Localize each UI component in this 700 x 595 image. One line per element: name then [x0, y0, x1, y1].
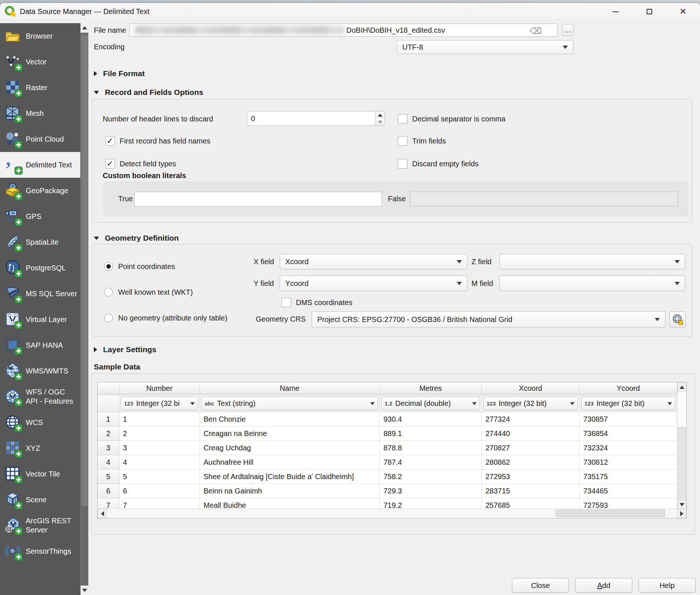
select-crs-button[interactable] — [669, 311, 686, 327]
sidebar-item-postgresql[interactable]: PostgreSQL — [0, 255, 80, 281]
horizontal-scrollbar-thumb[interactable] — [556, 510, 665, 517]
layer-settings-section-header[interactable]: Layer Settings — [94, 345, 156, 354]
sidebar-item-arcgis-rest-server[interactable]: ArcGIS REST Server — [0, 513, 80, 538]
spin-up-button[interactable] — [375, 111, 385, 118]
sidebar-item-vector[interactable]: Vector — [0, 49, 80, 75]
maximize-button[interactable] — [632, 3, 666, 20]
minimize-button[interactable] — [598, 3, 632, 20]
sidebar-item-delimited-text[interactable]: , Delimited Text — [0, 152, 80, 178]
corner-header-cell — [98, 382, 119, 395]
browse-file-button[interactable]: … — [562, 24, 573, 36]
scroll-up-button[interactable] — [678, 382, 686, 392]
sidebar-item-scene[interactable]: Scene — [0, 487, 80, 513]
add-layer-plus-icon — [14, 115, 23, 123]
table-cell: 277324 — [482, 412, 580, 426]
sidebar-item-wfs-ogc-api-features[interactable]: WFS / OGC API - Features — [0, 384, 80, 410]
column-type-dropdown[interactable]: 123Integer (32 bit) — [483, 397, 578, 410]
sidebar-item-raster[interactable]: Raster — [0, 75, 80, 100]
scroll-left-button[interactable] — [98, 509, 107, 518]
x-field-dropdown[interactable]: Xcoord — [280, 254, 467, 269]
geometry-crs-dropdown[interactable]: Project CRS: EPSG:27700 - OSGB36 / Briti… — [312, 311, 665, 327]
radio-option-well-known-text-wkt[interactable]: Well known text (WKT) — [104, 288, 193, 297]
table-cell: 3 — [119, 441, 200, 455]
m-field-dropdown[interactable] — [499, 276, 685, 291]
geometry-section-header[interactable]: Geometry Definition — [94, 234, 179, 242]
checkbox-decimal-separator-is-comma[interactable]: ✓ Decimal separator is comma — [398, 114, 505, 124]
geometry-groupbox: Point coordinates Well known text (WKT) … — [92, 244, 692, 337]
y-field-label: Y field — [254, 279, 274, 288]
sidebar-item-browser[interactable]: Browser — [0, 23, 80, 49]
sidebar-item-xyz[interactable]: XYZ — [0, 435, 80, 461]
false-label: False — [388, 195, 406, 203]
y-field-dropdown[interactable]: Ycoord — [280, 276, 467, 291]
close-window-button[interactable]: ✕ — [666, 3, 700, 20]
column-type-dropdown[interactable]: 1.2Decimal (double) — [381, 397, 480, 410]
sidebar-item-sensorthings[interactable]: SensorThings — [0, 538, 80, 564]
table-vertical-scrollbar[interactable] — [677, 382, 686, 509]
true-literal-input[interactable] — [134, 192, 382, 206]
sidebar-item-gps[interactable]: GPS — [0, 203, 80, 229]
row-number-cell: 3 — [98, 441, 119, 455]
chevron-down-icon — [563, 46, 568, 49]
sidebar-item-virtual-layer[interactable]: Virtual Layer — [0, 307, 80, 332]
table-cell: 730857 — [580, 412, 677, 426]
type-cell: 123Integer (32 bit) — [580, 395, 677, 412]
scroll-down-button[interactable] — [678, 500, 686, 509]
table-cell: 270827 — [482, 441, 580, 455]
table-cell: 7 — [119, 498, 200, 509]
dms-coordinates-checkbox[interactable]: ✓ DMS coordinates — [282, 298, 352, 307]
file-name-input[interactable]: DoBIH\DoBIH_v18_edited.csv ⌫ — [130, 24, 558, 37]
help-button[interactable]: Help — [639, 578, 696, 593]
radio-option-no-geometry-attribute-only-table[interactable]: No geometry (attribute only table) — [104, 314, 227, 322]
table-cell: 787.4 — [380, 455, 482, 470]
vertical-scrollbar-thumb[interactable] — [678, 427, 686, 500]
sidebar-item-spatialite[interactable]: SpatiaLite — [0, 229, 80, 255]
sidebar-item-point-cloud[interactable]: Point Cloud — [0, 126, 80, 152]
clear-text-icon[interactable]: ⌫ — [530, 26, 542, 36]
sidebar-item-geopackage[interactable]: GeoPackage — [0, 178, 80, 203]
field-type-label: Integer (32 bi — [136, 399, 180, 408]
column-type-dropdown[interactable]: 123Integer (32 bit) — [581, 397, 675, 410]
sidebar-item-wcs[interactable]: WCS — [0, 410, 80, 435]
scroll-down-button[interactable] — [81, 585, 89, 595]
table-cell: 272953 — [482, 470, 580, 484]
column-type-dropdown[interactable]: 123Integer (32 bi — [121, 397, 198, 410]
checkbox-first-record-has-field-names[interactable]: ✓ First record has field names — [105, 136, 211, 146]
table-header-row: NumberNameMetresXcoordYcoord — [98, 382, 686, 395]
table-row: 22Creagan na Beinne889.1274440736854 — [98, 426, 686, 441]
close-button[interactable]: Close — [512, 578, 569, 593]
field-type-icon: 123 — [487, 400, 496, 407]
record-fields-section-header[interactable]: Record and Fields Options — [94, 88, 203, 97]
sidebar-scrollbar[interactable] — [80, 23, 88, 595]
header-lines-spinner[interactable]: 0 — [247, 111, 385, 126]
z-field-dropdown[interactable] — [499, 254, 685, 269]
scroll-up-button[interactable] — [81, 23, 89, 33]
sidebar-scrollbar-thumb[interactable] — [81, 35, 88, 506]
column-type-dropdown[interactable]: abcText (string) — [201, 397, 378, 410]
add-button[interactable]: Add — [575, 578, 632, 593]
scroll-right-button[interactable] — [677, 509, 686, 518]
false-literal-input[interactable] — [410, 192, 678, 206]
encoding-dropdown[interactable]: UTF-8 — [397, 40, 573, 54]
sidebar-item-ms-sql-server[interactable]: MS SQL Server — [0, 281, 80, 307]
file-format-section-header[interactable]: File Format — [94, 69, 145, 78]
table-cell: 729.3 — [380, 484, 482, 498]
checkbox-discard-empty-fields[interactable]: ✓ Discard empty fields — [398, 159, 478, 169]
sidebar-item-wms-wmts[interactable]: WMS/WMTS — [0, 358, 80, 384]
radio-circle — [104, 314, 113, 322]
field-type-label: Integer (32 bit) — [499, 399, 547, 408]
sidebar-item-sap-hana[interactable]: SAP HANA — [0, 332, 80, 358]
sample-data-groupbox: NumberNameMetresXcoordYcoord 123Integer … — [91, 373, 695, 535]
radio-option-point-coordinates[interactable]: Point coordinates — [104, 262, 175, 271]
checkbox-detect-field-types[interactable]: ✓ Detect field types — [105, 159, 176, 169]
qgis-logo-icon — [4, 6, 16, 17]
spin-down-button[interactable] — [375, 118, 385, 125]
chevron-down-icon — [675, 282, 680, 285]
column-header-metres: Metres — [380, 382, 482, 395]
gutter-cell — [98, 395, 119, 412]
checkbox-trim-fields[interactable]: ✓ Trim fields — [398, 136, 446, 146]
sidebar-item-vector-tile[interactable]: Vector Tile — [0, 461, 80, 487]
sidebar-item-mesh[interactable]: Mesh — [0, 100, 80, 126]
table-horizontal-scrollbar[interactable] — [98, 509, 686, 518]
table-cell: 735175 — [580, 470, 677, 484]
